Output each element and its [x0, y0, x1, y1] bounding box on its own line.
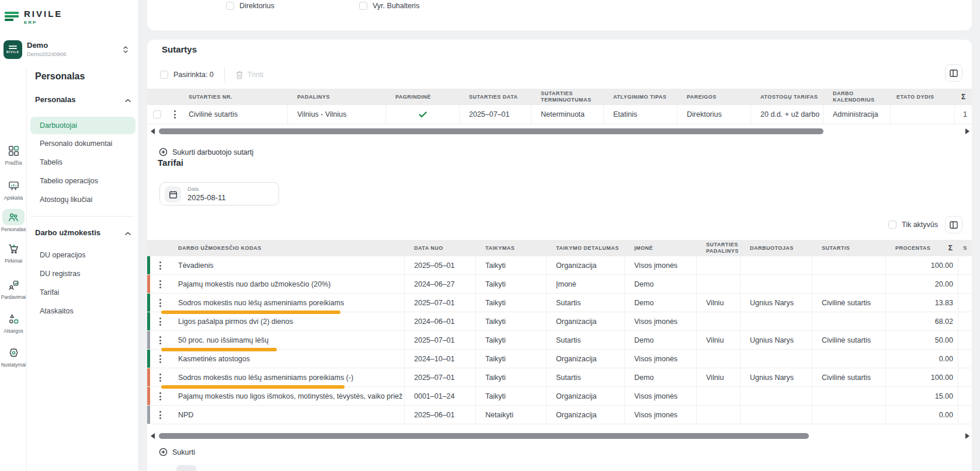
- checkbox-label: Direktorius: [239, 2, 274, 10]
- kebab-menu-icon[interactable]: [159, 336, 161, 344]
- scroll-left-icon[interactable]: [151, 128, 155, 134]
- row-cell: Demo: [625, 368, 697, 386]
- selected-count-label: Pasirinkta: 0: [173, 71, 214, 79]
- row-cell: [958, 406, 972, 424]
- checkbox-direktorius[interactable]: Direktorius: [226, 2, 274, 10]
- kebab-menu-icon[interactable]: [159, 261, 161, 270]
- row-checkbox[interactable]: [153, 110, 161, 118]
- tarifai-table-body: Tėvadienis2025–05–01TaikytiOrganizacijaV…: [147, 256, 972, 424]
- row-cell: Taikyti: [476, 256, 547, 274]
- create-contract-button[interactable]: Sukurti darbuotojo sutartį: [159, 148, 253, 156]
- sidebar-item-tabelio-operacijos[interactable]: Tabelio operacijos: [30, 172, 135, 190]
- table-row[interactable]: Kasmetinės atostogos2024–10–01TaikytiOrg…: [147, 350, 972, 368]
- sidebar-item-personalo-dokumentai[interactable]: Personalo dokumentai: [30, 135, 135, 152]
- only-active-filter[interactable]: Tik aktyvūs: [888, 221, 938, 229]
- row-cell: 0.00: [886, 350, 958, 368]
- sidebar-item-tabelis[interactable]: Tabelis: [30, 153, 135, 171]
- table-row[interactable]: Sodros mokestis nuo lėšų asmeniniams por…: [147, 368, 972, 387]
- kebab-menu-icon[interactable]: [159, 355, 161, 363]
- sidebar-item-tarifai[interactable]: Tarifai: [30, 284, 135, 301]
- section-header-personalas[interactable]: Personalas: [35, 95, 131, 104]
- row-accent-bar: [147, 368, 150, 386]
- row-cell: 0001–01–24: [405, 387, 476, 405]
- section-header-darbo-u-mokestis[interactable]: Darbo užmokestis: [35, 228, 131, 237]
- rail-item-label: Pardavimai: [1, 294, 26, 300]
- rail-item-personalas[interactable]: Personalas: [0, 209, 27, 232]
- row-cell: 50.00: [886, 331, 958, 349]
- trash-icon: [235, 71, 244, 79]
- kebab-menu-icon[interactable]: [159, 411, 161, 419]
- table-row[interactable]: Sodros mokestis nuo lėšų asmeniniams por…: [147, 294, 972, 312]
- checkbox-icon[interactable]: [226, 2, 234, 10]
- scrollbar-thumb[interactable]: [159, 128, 823, 134]
- rail-item-atsargos[interactable]: Atsargos: [0, 310, 27, 334]
- table-row[interactable]: 50 proc. nuo išsiimamų lėšų2025–07–01Tai…: [147, 331, 972, 350]
- row-cell: Visos įmonės: [625, 256, 697, 274]
- table-row[interactable]: Ligos pašalpa pirmos dvi (2) dienos2024–…: [147, 312, 972, 331]
- sutartys-column-1: PADALINYS: [288, 89, 386, 105]
- row-cell: Etatinis: [604, 105, 677, 124]
- row-cell: Sodros mokestis nuo lėšų asmeniniams por…: [178, 368, 405, 386]
- rail-item-prad-ia[interactable]: Pradžia: [0, 142, 27, 166]
- row-cell: Pajamų mokestis nuo ligos išmokos, motin…: [178, 387, 405, 405]
- sutartys-table: SUTARTIES NR.PADALINYSPAGRINDINĖSUTARTIE…: [147, 89, 972, 124]
- table-row[interactable]: NPD2025–06–01NetaikytiOrganizacijaVisos …: [147, 406, 972, 424]
- sidebar-item-darbuotojai[interactable]: Darbuotojai: [30, 117, 135, 134]
- scroll-left-icon[interactable]: [151, 433, 155, 439]
- table-row[interactable]: Pajamų mokestis nuo ligos išmokos, motin…: [147, 387, 972, 406]
- table-row[interactable]: Tėvadienis2025–05–01TaikytiOrganizacijaV…: [147, 256, 972, 275]
- kebab-menu-icon[interactable]: [159, 299, 161, 307]
- kebab-menu-icon[interactable]: [159, 374, 161, 382]
- rail-item-pirkimai[interactable]: Pirkimai: [0, 240, 27, 264]
- rail-item-nustatymai[interactable]: Nustatymai: [0, 344, 27, 368]
- kebab-menu-icon[interactable]: [174, 110, 176, 118]
- row-accent-bar: [147, 350, 150, 368]
- row-cell: Įmonė: [547, 275, 625, 293]
- row-cell: Sutartis: [547, 368, 625, 386]
- scroll-right-icon[interactable]: [965, 433, 969, 439]
- sidebar-item-du-operacijos[interactable]: DU operacijos: [30, 246, 135, 264]
- column-settings-button[interactable]: [945, 64, 962, 82]
- rail-item-label: Atsargos: [4, 328, 23, 334]
- company-code: Demo20240906: [27, 51, 67, 57]
- tarifai-title: Tarifai: [158, 158, 183, 168]
- rail-item-pardavimai[interactable]: Pardavimai: [0, 277, 27, 300]
- row-cell: Netaikyti: [476, 406, 547, 424]
- company-switcher[interactable]: RIVILE Demo Demo20240906: [4, 40, 135, 61]
- row-cell: Sodros mokestis nuo lėšų asmeniniams por…: [178, 294, 405, 312]
- table-row[interactable]: Pajamų mokestis nuo darbo užmokesčio (20…: [147, 275, 972, 294]
- sidebar-item-ataskaitos[interactable]: Ataskaitos: [30, 302, 135, 320]
- tarifai-column-0: DARBO UŽMOKESČIO KODAS: [178, 240, 405, 256]
- kebab-menu-icon[interactable]: [159, 392, 161, 400]
- checkbox-vyr-buhalteris[interactable]: Vyr. Buhalteris: [359, 2, 419, 10]
- rail-item-apskaita[interactable]: Apskaita: [0, 177, 27, 201]
- header-lead-cell: [147, 240, 178, 256]
- kebab-menu-icon[interactable]: [159, 318, 161, 326]
- row-cell: Direktorius: [677, 105, 751, 124]
- sidebar-item-du-registras[interactable]: DU registras: [30, 265, 135, 282]
- table-row[interactable]: Civilinė sutartisVilnius - Vilnius2025–0…: [147, 105, 972, 124]
- scrollbar-thumb[interactable]: [159, 433, 809, 439]
- date-field[interactable]: Data 2025-08-11: [159, 182, 279, 205]
- sutartys-table-header: SUTARTIES NR.PADALINYSPAGRINDINĖSUTARTIE…: [147, 89, 972, 105]
- sutartys-column-2: PAGRINDINĖ: [386, 89, 460, 105]
- scroll-right-icon[interactable]: [965, 128, 969, 134]
- row-cell: [891, 105, 955, 124]
- kebab-menu-icon[interactable]: [159, 280, 161, 288]
- partial-button[interactable]: [176, 465, 196, 471]
- row-cell: [741, 387, 812, 405]
- row-lead-cell: [147, 387, 178, 405]
- delete-button[interactable]: Trinti: [235, 71, 263, 79]
- create-tariff-button[interactable]: Sukurti: [159, 448, 195, 456]
- brand-sub: ERP: [24, 20, 62, 25]
- sidebar-item-atostog-liku-iai[interactable]: Atostogų likučiai: [30, 191, 135, 208]
- row-accent-bar: [147, 256, 150, 274]
- row-cell: 13.83: [886, 294, 958, 312]
- column-settings-button[interactable]: [945, 216, 962, 233]
- updown-chevron-icon[interactable]: [123, 46, 128, 56]
- row-accent-bar: [147, 387, 150, 405]
- checkbox-icon[interactable]: [359, 2, 367, 10]
- checkbox-icon[interactable]: [888, 221, 896, 229]
- select-all-checkbox[interactable]: [160, 71, 168, 79]
- tarifai-column-7: SUTARTIS: [812, 240, 886, 256]
